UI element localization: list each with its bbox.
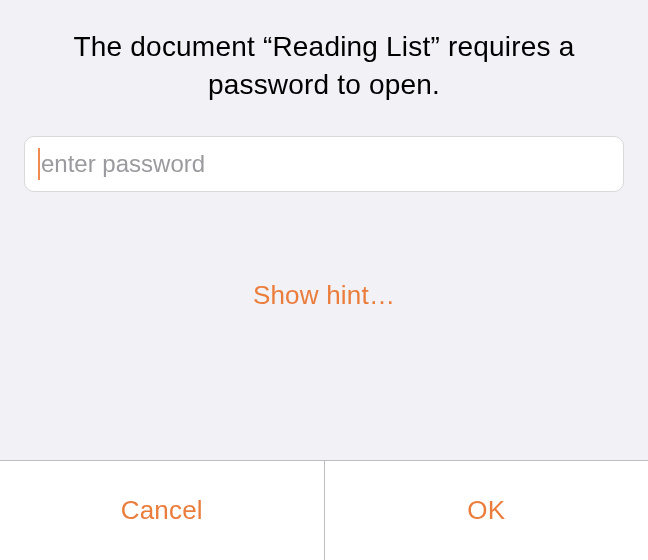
dialog-button-row: Cancel OK — [0, 460, 648, 560]
dialog-title: The document “Reading List” requires a p… — [24, 28, 624, 104]
cancel-button[interactable]: Cancel — [0, 461, 324, 560]
show-hint-button[interactable]: Show hint… — [253, 280, 395, 311]
password-input[interactable] — [24, 136, 624, 192]
text-cursor — [38, 148, 40, 180]
ok-button[interactable]: OK — [324, 461, 649, 560]
hint-area: Show hint… — [24, 192, 624, 460]
password-dialog-body: The document “Reading List” requires a p… — [0, 0, 648, 460]
password-input-wrap — [24, 136, 624, 192]
